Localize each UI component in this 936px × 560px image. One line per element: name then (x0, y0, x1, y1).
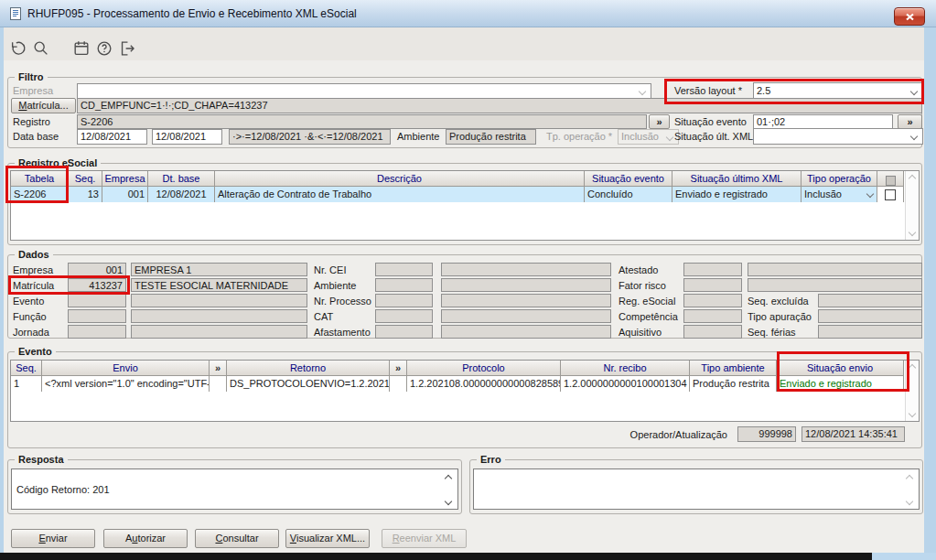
ambiente-desc-field (441, 278, 611, 292)
desktop-edge-blue (872, 553, 936, 560)
col-header-protocolo[interactable]: Protocolo (407, 361, 561, 376)
scroll-down-icon[interactable] (909, 410, 916, 417)
nr-processo-code-field (375, 294, 433, 307)
cell-seq: 1 (11, 376, 42, 392)
grid-header-row: Tabela Seq. Empresa Dt. base Descrição S… (11, 171, 904, 187)
scroll-up-icon[interactable] (909, 175, 916, 182)
dados-legend: Dados (15, 249, 53, 261)
col-header-retorno[interactable]: Retorno (227, 361, 390, 376)
cell-protocolo: 1.2.202108.0000000000008285893 (407, 376, 561, 392)
col-header-tipo-ambiente[interactable]: Tipo ambiente (690, 361, 777, 376)
highlight-versao-layout (664, 79, 924, 104)
col-header-dt-base[interactable]: Dt. base (148, 171, 215, 187)
erro-textarea[interactable] (473, 468, 920, 510)
highlight-tabela-column (5, 166, 69, 203)
operador-code-field: 999998 (737, 426, 796, 442)
close-icon (905, 13, 915, 21)
col-header-seq[interactable]: Seq. (11, 361, 42, 376)
consultar-button[interactable]: Consultar (195, 529, 279, 548)
cell-seq: 13 (69, 187, 102, 202)
row-checkbox[interactable] (885, 189, 896, 200)
col-header-envio[interactable]: Envio (42, 361, 210, 376)
erro-legend: Erro (477, 454, 505, 466)
evento-name-field (131, 294, 307, 307)
nr-processo-label: Nr. Processo (314, 295, 371, 308)
empresa-code-field: 001 (68, 263, 126, 276)
visualizar-xml-button[interactable]: Visualizar XML... (285, 529, 370, 548)
competencia-field (683, 309, 742, 323)
registro-expand-button[interactable]: » (649, 114, 670, 129)
autorizar-button[interactable]: Autorizar (103, 529, 188, 548)
data-base-from-input[interactable]: 12/08/2021 (77, 129, 147, 145)
reenviar-xml-button[interactable]: Reenviar XML (382, 529, 467, 548)
tipo-apuracao-label: Tipo apuração (748, 310, 812, 324)
col-header-situacao-evento[interactable]: Situação evento (585, 171, 672, 187)
matricula-button[interactable]: Matrícula... (11, 98, 76, 113)
situacao-evento-field[interactable]: 01·;02 (753, 114, 893, 129)
retorno-expand-button[interactable]: » (390, 361, 407, 376)
search-button[interactable] (30, 38, 52, 59)
filtro-legend: Filtro (15, 71, 48, 83)
nr-processo-desc-field (441, 294, 611, 307)
col-header-nr-recibo[interactable]: Nr. recibo (561, 361, 690, 376)
cell-situacao-evento: Concluído (585, 187, 672, 202)
cell-envio: <?xml version="1.0" encoding="UTF-8"?> (42, 376, 210, 392)
fator-risco-label: Fator risco (619, 279, 666, 293)
col-header-situacao-ultimo-xml[interactable]: Situação último XML (672, 171, 802, 187)
situacao-evento-expand-button[interactable]: » (898, 114, 922, 129)
empresa-combo[interactable] (77, 83, 651, 99)
cell-envio-expand (210, 376, 227, 392)
desktop-edge-dark (0, 553, 872, 560)
seq-excluida-field (818, 294, 922, 307)
scroll-up-icon[interactable] (909, 364, 916, 372)
table-row[interactable]: 1 <?xml version="1.0" encoding="UTF-8"?>… (11, 376, 904, 392)
cell-checkbox[interactable] (877, 187, 904, 202)
nr-cei-code-field (375, 263, 433, 276)
matricula-name-field: TESTE ESOCIAL MATERNIDADE (131, 278, 307, 292)
cell-tipo-ambiente: Produção restrita (690, 376, 777, 392)
calendar-button[interactable] (70, 38, 92, 59)
data-base-to-input[interactable]: 12/08/2021 (152, 129, 222, 145)
application-window: RHUFP095 - Processamento de Envio e Rece… (0, 0, 936, 560)
cat-code-field (375, 309, 433, 323)
col-header-checkbox[interactable] (877, 171, 904, 187)
atestado-desc-field (748, 263, 922, 276)
funcao-code-field (68, 309, 126, 323)
grid-scrollbar[interactable] (905, 171, 919, 240)
empresa-name-field: EMPRESA 1 (131, 263, 307, 276)
afastamento-label: Afastamento (314, 326, 371, 339)
table-row[interactable]: S-2206 13 001 12/08/2021 Alteração de Co… (11, 187, 904, 202)
exit-button[interactable] (116, 38, 138, 59)
resposta-textarea[interactable]: Código Retorno: 201 (11, 468, 458, 510)
ambiente-label: Ambiente (397, 130, 439, 144)
grid-header-row: Seq. Envio » Retorno » Protocolo Nr. rec… (11, 361, 904, 376)
nr-cei-desc-field (441, 263, 611, 276)
col-header-empresa[interactable]: Empresa (102, 171, 148, 187)
afastamento-code-field (375, 325, 433, 339)
situacao-ult-xml-combo[interactable] (753, 128, 923, 145)
operador-datetime-field: 12/08/2021 14:35:41 (802, 426, 905, 442)
scroll-down-icon[interactable] (909, 229, 916, 236)
registro-field: S-2206 (77, 114, 647, 129)
cell-dt-base: 12/08/2021 (148, 187, 215, 202)
evento-legend: Evento (15, 346, 56, 358)
atestado-label: Atestado (619, 264, 658, 277)
competencia-label: Competência (619, 310, 678, 324)
window-title: RHUFP095 - Processamento de Envio e Rece… (27, 7, 357, 20)
col-header-descricao[interactable]: Descrição (215, 171, 585, 187)
undo-button[interactable] (7, 38, 29, 59)
col-header-tipo-operacao[interactable]: Tipo operação (802, 171, 877, 187)
app-icon (8, 6, 23, 21)
envio-expand-button[interactable]: » (210, 361, 227, 376)
enviar-button[interactable]: Enviar (11, 529, 95, 548)
close-button[interactable] (894, 7, 925, 26)
calendar-icon (72, 39, 91, 58)
aquisitivo-field (683, 325, 742, 339)
cat-desc-field (441, 309, 611, 323)
tp-operacao-combo: Inclusão (618, 129, 679, 145)
col-header-seq[interactable]: Seq. (69, 171, 102, 187)
cell-tipo-operacao-combo[interactable]: Inclusão (802, 187, 877, 202)
help-button[interactable] (93, 38, 115, 59)
funcao-label: Função (13, 310, 47, 324)
select-all-icon (886, 176, 896, 186)
